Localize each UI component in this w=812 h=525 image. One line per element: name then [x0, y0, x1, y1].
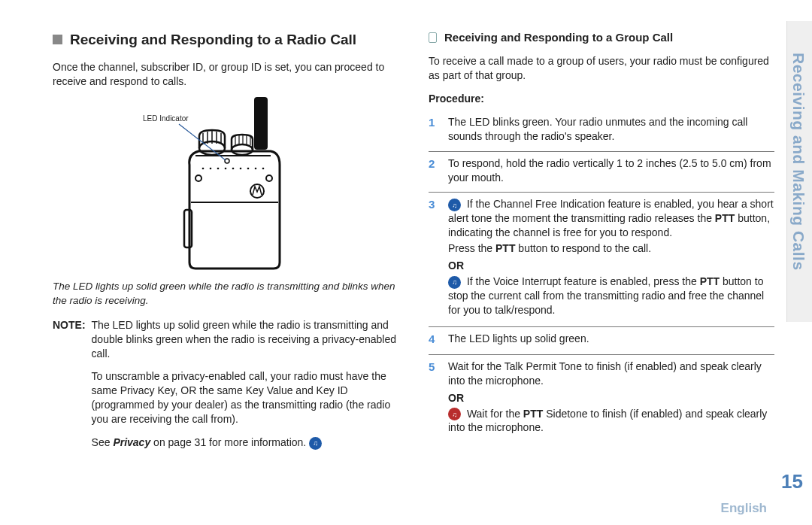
svg-point-10	[247, 168, 250, 170]
svg-point-7	[225, 168, 227, 170]
language-label: English	[721, 500, 767, 517]
figure-caption: The LED lights up solid green while the …	[53, 280, 398, 307]
section-marker-icon	[53, 35, 62, 44]
step-number: 3	[429, 197, 441, 318]
svg-point-6	[217, 168, 220, 170]
procedure-label: Procedure:	[429, 92, 774, 106]
subsection-heading-text: Receiving and Responding to a Group Call	[444, 30, 673, 45]
note-block: NOTE: The LED lights up solid green whil…	[53, 318, 398, 459]
step-1: 1 The LED blinks green. Your radio unmut…	[429, 111, 774, 152]
page-number: 15	[781, 469, 803, 495]
step-number: 1	[429, 115, 441, 144]
svg-point-14	[266, 175, 272, 181]
audio-icon	[448, 199, 461, 211]
subsection-intro: To receive a call made to a group of use…	[429, 54, 774, 83]
note-label: NOTE:	[53, 318, 86, 459]
step-body: If the Channel Free Indication feature i…	[448, 197, 774, 318]
led-indicator-label: LED Indicator	[143, 114, 189, 123]
svg-point-3	[225, 159, 229, 163]
radio-illustration: LED Indicator	[143, 97, 308, 270]
right-column: Receiving and Responding to a Group Call…	[429, 30, 774, 466]
step-number: 2	[429, 156, 441, 185]
audio-icon-red	[448, 408, 461, 420]
step-4: 4 The LED lights up solid green.	[429, 327, 774, 355]
section-heading: Receiving and Responding to a Radio Call	[53, 30, 398, 50]
step-5: 5 Wait for the Talk Permit Tone to finis…	[429, 355, 774, 444]
info-icon	[309, 437, 322, 450]
audio-icon	[448, 276, 461, 289]
intro-paragraph: Once the channel, subscriber ID, or grou…	[53, 60, 398, 89]
step-3: 3 If the Channel Free Indication feature…	[429, 193, 774, 326]
note-p2: To unscramble a privacy-enabled call, yo…	[92, 369, 398, 426]
step-2: 2 To respond, hold the radio vertically …	[429, 152, 774, 193]
step-body: Wait for the Talk Permit Tone to finish …	[448, 360, 774, 436]
svg-point-2	[232, 144, 253, 155]
step-body: The LED lights up solid green.	[448, 332, 774, 347]
svg-point-13	[195, 175, 201, 181]
page-content: Receiving and Responding to a Radio Call…	[0, 0, 812, 481]
subsection-heading: Receiving and Responding to a Group Call	[429, 30, 774, 45]
side-tab-label: Receiving and Making Calls	[788, 53, 809, 271]
note-body: The LED lights up solid green while the …	[92, 318, 398, 459]
page-icon	[429, 32, 437, 43]
note-p3: See Privacy on page 31 for more informat…	[92, 435, 398, 450]
or-label: OR	[448, 391, 774, 405]
or-label: OR	[448, 259, 774, 273]
step-number: 4	[429, 332, 441, 347]
svg-point-4	[202, 168, 205, 170]
svg-point-9	[240, 168, 242, 170]
svg-rect-0	[254, 97, 268, 150]
step-number: 5	[429, 360, 441, 436]
step-body: The LED blinks green. Your radio unmutes…	[448, 115, 774, 144]
procedure-steps: 1 The LED blinks green. Your radio unmut…	[429, 111, 774, 444]
svg-point-5	[210, 168, 212, 170]
svg-point-11	[255, 168, 257, 170]
svg-point-12	[262, 168, 265, 170]
radio-figure: LED Indicator	[53, 97, 398, 274]
note-p1: The LED lights up solid green while the …	[92, 318, 398, 361]
svg-point-8	[232, 168, 235, 170]
left-column: Receiving and Responding to a Radio Call…	[53, 30, 398, 466]
section-heading-text: Receiving and Responding to a Radio Call	[70, 30, 356, 50]
step-body: To respond, hold the radio vertically 1 …	[448, 156, 774, 185]
